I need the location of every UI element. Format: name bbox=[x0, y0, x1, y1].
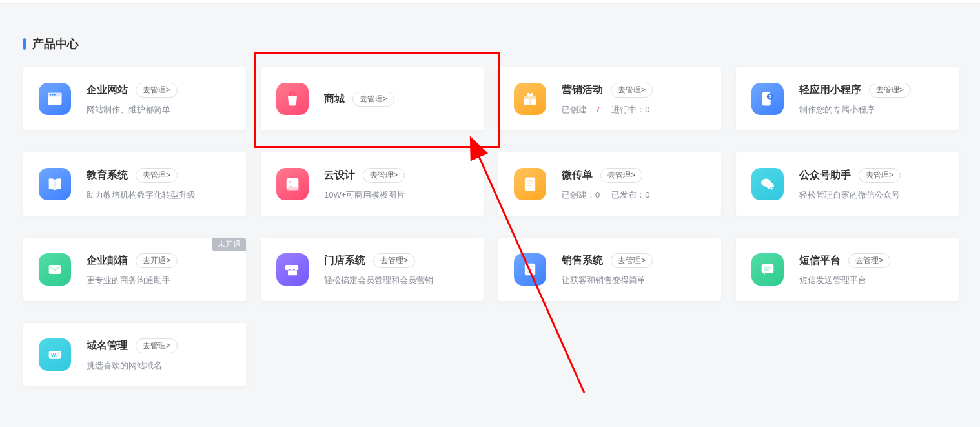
manage-button[interactable]: 去管理> bbox=[352, 92, 394, 107]
svg-rect-15 bbox=[527, 183, 534, 184]
manage-button[interactable]: 去管理> bbox=[611, 83, 653, 98]
card-title: 公众号助手 bbox=[799, 169, 851, 182]
svg-rect-31 bbox=[57, 353, 60, 354]
card-subtitle: 让获客和销售变得简单 bbox=[562, 275, 706, 286]
svg-rect-23 bbox=[527, 266, 533, 267]
manage-button[interactable]: 去管理> bbox=[363, 168, 405, 183]
wechat-icon bbox=[751, 168, 784, 200]
svg-rect-16 bbox=[527, 185, 531, 186]
svg-rect-7 bbox=[529, 97, 531, 105]
manage-button[interactable]: 去管理> bbox=[848, 253, 890, 268]
manage-button[interactable]: 去管理> bbox=[136, 83, 178, 98]
card-title: 企业网站 bbox=[87, 83, 128, 97]
card-subtitle: 轻松管理自家的微信公众号 bbox=[799, 189, 943, 201]
card-domain[interactable]: W. 域名管理 去管理> 挑选喜欢的网站域名 bbox=[23, 323, 246, 386]
activate-button[interactable]: 去开通> bbox=[136, 253, 178, 268]
stat-created-value: 0 bbox=[595, 190, 600, 200]
card-subtitle: 助力教培机构数字化转型升级 bbox=[87, 189, 230, 201]
card-subtitle: 轻松搞定会员管理和会员营销 bbox=[324, 275, 468, 286]
card-title: 营销活动 bbox=[562, 83, 603, 97]
manage-button[interactable]: 去管理> bbox=[136, 338, 178, 353]
svg-point-9 bbox=[767, 93, 774, 100]
svg-point-4 bbox=[54, 94, 56, 96]
card-subtitle: 制作您的专属小程序 bbox=[799, 104, 943, 116]
shopping-bag-icon bbox=[276, 83, 309, 115]
card-education[interactable]: 教育系统 去管理> 助力教培机构数字化转型升级 bbox=[23, 152, 246, 216]
manage-button[interactable]: 去管理> bbox=[611, 253, 653, 268]
card-marketing[interactable]: 营销活动 去管理> 已创建：7 进行中：0 bbox=[498, 67, 721, 130]
svg-rect-25 bbox=[527, 272, 531, 273]
not-activated-badge: 未开通 bbox=[212, 238, 246, 251]
card-title: 域名管理 bbox=[87, 339, 128, 353]
card-stats: 已创建：7 进行中：0 bbox=[562, 104, 706, 116]
card-title: 教育系统 bbox=[87, 169, 128, 182]
domain-icon: W. bbox=[39, 338, 71, 371]
flyer-icon bbox=[514, 168, 546, 200]
card-flyer[interactable]: 微传单 去管理> 已创建：0 已发布：0 bbox=[498, 152, 721, 216]
svg-rect-13 bbox=[525, 178, 535, 191]
card-subtitle: 短信发送管理平台 bbox=[799, 275, 943, 286]
svg-rect-27 bbox=[764, 267, 771, 269]
card-design[interactable]: 云设计 去管理> 10W+可商用模板图片 bbox=[261, 152, 484, 216]
svg-rect-14 bbox=[527, 180, 534, 181]
card-subtitle: 网站制作、维护都简单 bbox=[87, 104, 230, 116]
stat-created-label: 已创建： bbox=[562, 105, 595, 114]
card-subtitle: 10W+可商用模板图片 bbox=[324, 189, 468, 201]
gift-icon bbox=[514, 83, 546, 115]
mail-icon bbox=[39, 253, 71, 286]
card-subtitle: 更专业的商务沟通助手 bbox=[87, 275, 230, 286]
svg-rect-21 bbox=[288, 270, 297, 275]
card-stats: 已创建：0 已发布：0 bbox=[562, 189, 706, 201]
svg-point-12 bbox=[289, 180, 291, 183]
card-title: 销售系统 bbox=[562, 254, 603, 267]
product-grid: 企业网站 去管理> 网站制作、维护都简单 商城 去管理> 营销活动 去管理> bbox=[0, 67, 980, 386]
stat-created-label: 已创建： bbox=[562, 190, 595, 200]
card-sales[interactable]: 销售系统 去管理> 让获客和销售变得简单 bbox=[498, 238, 721, 301]
card-title: 轻应用小程序 bbox=[799, 83, 861, 97]
manage-button[interactable]: 去管理> bbox=[136, 168, 178, 183]
card-mail[interactable]: 未开通 企业邮箱 去开通> 更专业的商务沟通助手 bbox=[23, 238, 246, 301]
svg-rect-32 bbox=[57, 355, 60, 355]
stat-published-label: 已发布： bbox=[611, 190, 645, 200]
card-title: 云设计 bbox=[324, 169, 355, 182]
section-header: 产品中心 bbox=[0, 4, 980, 67]
card-subtitle: 挑选喜欢的网站域名 bbox=[87, 360, 230, 371]
list-icon bbox=[514, 253, 546, 286]
miniprogram-icon bbox=[751, 83, 784, 115]
manage-button[interactable]: 去管理> bbox=[373, 253, 415, 268]
card-title: 企业邮箱 bbox=[87, 254, 128, 267]
svg-rect-20 bbox=[49, 265, 61, 274]
card-website[interactable]: 企业网站 去管理> 网站制作、维护都简单 bbox=[23, 67, 246, 130]
browser-window-icon bbox=[39, 83, 71, 115]
stat-created-value: 7 bbox=[595, 105, 600, 114]
card-store[interactable]: 门店系统 去管理> 轻松搞定会员管理和会员营销 bbox=[261, 238, 484, 301]
book-icon bbox=[39, 168, 71, 200]
svg-point-3 bbox=[52, 94, 53, 96]
card-miniapp[interactable]: 轻应用小程序 去管理> 制作您的专属小程序 bbox=[736, 67, 959, 130]
card-title: 商城 bbox=[324, 92, 345, 106]
section-accent-bar bbox=[23, 38, 26, 50]
manage-button[interactable]: 去管理> bbox=[869, 83, 911, 98]
svg-rect-28 bbox=[764, 269, 769, 271]
section-title: 产品中心 bbox=[32, 36, 79, 52]
stat-running-label: 进行中： bbox=[611, 105, 645, 114]
chat-icon bbox=[751, 253, 784, 286]
svg-rect-24 bbox=[527, 269, 533, 270]
card-title: 门店系统 bbox=[324, 254, 365, 267]
svg-rect-26 bbox=[762, 264, 774, 273]
stat-published-value: 0 bbox=[645, 190, 649, 200]
card-title: 短信平台 bbox=[799, 254, 841, 267]
card-sms[interactable]: 短信平台 去管理> 短信发送管理平台 bbox=[736, 238, 959, 301]
card-wechat[interactable]: 公众号助手 去管理> 轻松管理自家的微信公众号 bbox=[736, 152, 959, 216]
image-icon bbox=[276, 168, 309, 200]
manage-button[interactable]: 去管理> bbox=[600, 168, 642, 183]
card-mall[interactable]: 商城 去管理> bbox=[261, 67, 484, 130]
stat-running-value: 0 bbox=[645, 105, 649, 114]
card-title: 微传单 bbox=[562, 169, 593, 182]
svg-point-2 bbox=[50, 94, 51, 96]
svg-text:W.: W. bbox=[51, 352, 57, 358]
manage-button[interactable]: 去管理> bbox=[859, 168, 901, 183]
store-icon bbox=[276, 253, 309, 286]
